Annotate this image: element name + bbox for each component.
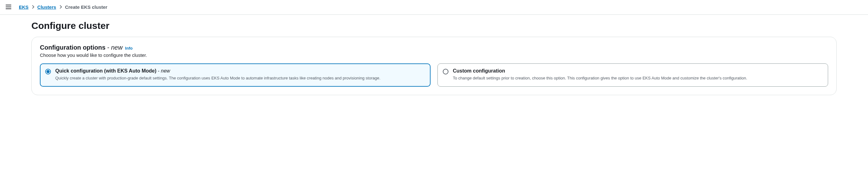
panel-subtitle: Choose how you would like to configure t… xyxy=(40,53,828,58)
panel-title-dash: - xyxy=(105,44,111,51)
option-quick-desc: Quickly create a cluster with production… xyxy=(55,75,425,81)
breadcrumb-link-eks[interactable]: EKS xyxy=(19,4,29,10)
option-quick-dash: - xyxy=(156,68,161,73)
option-quick-title: Quick configuration (with EKS Auto Mode)… xyxy=(55,68,425,74)
option-quick-configuration[interactable]: Quick configuration (with EKS Auto Mode)… xyxy=(40,63,431,87)
option-quick-body: Quick configuration (with EKS Auto Mode)… xyxy=(55,68,425,81)
hamburger-menu-icon[interactable] xyxy=(6,4,12,10)
option-quick-new: new xyxy=(161,68,170,73)
info-link[interactable]: Info xyxy=(125,46,132,51)
panel-title-text: Configuration options xyxy=(40,44,105,51)
panel-title: Configuration options - new xyxy=(40,44,122,51)
chevron-right-icon xyxy=(32,5,34,9)
page-title: Configure cluster xyxy=(31,21,837,31)
chevron-right-icon xyxy=(59,5,62,9)
content: Configure cluster Configuration options … xyxy=(0,15,868,105)
option-custom-configuration[interactable]: Custom configuration To change default s… xyxy=(437,63,828,87)
option-custom-body: Custom configuration To change default s… xyxy=(453,68,822,81)
option-custom-desc: To change default settings prior to crea… xyxy=(453,75,822,81)
radio-custom-icon xyxy=(443,69,448,74)
radio-quick-icon xyxy=(45,69,51,74)
breadcrumb-current: Create EKS cluster xyxy=(65,4,107,10)
breadcrumb-link-clusters[interactable]: Clusters xyxy=(37,4,56,10)
option-custom-title: Custom configuration xyxy=(453,68,822,74)
option-quick-title-text: Quick configuration (with EKS Auto Mode) xyxy=(55,68,156,73)
breadcrumb: EKS Clusters Create EKS cluster xyxy=(19,4,107,10)
panel-title-new: new xyxy=(111,44,123,51)
panel-header: Configuration options - new Info xyxy=(40,44,828,51)
option-row: Quick configuration (with EKS Auto Mode)… xyxy=(40,63,828,87)
breadcrumb-bar: EKS Clusters Create EKS cluster xyxy=(0,0,868,15)
configuration-options-panel: Configuration options - new Info Choose … xyxy=(31,37,837,95)
